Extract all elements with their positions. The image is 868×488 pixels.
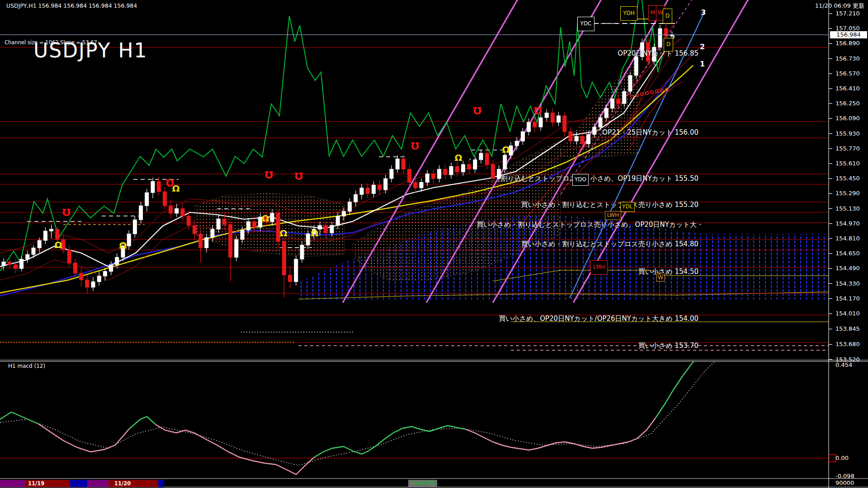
candle [288, 275, 292, 282]
candle [390, 169, 393, 178]
candle [330, 225, 334, 233]
trendline-number-2: 2 [700, 42, 705, 51]
candle [420, 182, 423, 188]
buy-arrow-icon: Ω [454, 152, 462, 163]
candle [103, 272, 107, 276]
price-axis-label: 153.845 [835, 325, 860, 332]
price-axis-label: 156.730 [835, 55, 860, 62]
candle [354, 194, 358, 202]
candle [384, 178, 387, 190]
macd-toggle-button[interactable]: macd ON [408, 480, 437, 487]
candle [443, 169, 447, 174]
chart-canvas[interactable]: ΩΩΩΩΩΩΩΩΩΩΩΩΩΩΩ [0, 0, 868, 488]
candle [348, 202, 352, 211]
price-axis-label: 154.970 [835, 220, 860, 227]
candle [372, 185, 375, 194]
date-label: 11/20 [114, 480, 131, 487]
price-axis-label: 155.450 [835, 175, 860, 182]
candle [366, 188, 369, 193]
price-annotation: 買い小さめ、OP20日NYカット/OP26日NYカット大きめ 154.00 [499, 314, 698, 323]
price-annotation: OP20日NYカット 156.85 [618, 49, 698, 58]
candle [85, 280, 89, 287]
candle [187, 216, 190, 225]
candle [211, 229, 214, 238]
macd-axis-label: 90000 [835, 479, 854, 486]
candle [563, 116, 566, 131]
price-axis-label: 156.250 [835, 100, 860, 107]
candle [617, 99, 620, 103]
candle [199, 234, 203, 248]
price-axis-label: 155.610 [835, 160, 860, 167]
price-annotation: 買い小さめ・割り込むとストップロス売り小さめ 155.20 [521, 201, 698, 209]
macd-axis-label: -0.098 [835, 473, 854, 479]
candle [8, 262, 11, 265]
candle [545, 113, 548, 117]
candle [80, 273, 83, 280]
price-axis-label: 154.810 [835, 235, 860, 242]
candle [26, 254, 29, 259]
candle [235, 239, 238, 257]
price-axis-label: 155.130 [835, 205, 860, 212]
level-box-lmh: LMH [590, 260, 608, 275]
candle [50, 229, 53, 231]
price-axis-label: 157.210 [835, 10, 860, 17]
buy-arrow-icon: Ω [261, 213, 269, 224]
candle [587, 135, 590, 144]
candle [521, 131, 524, 141]
buy-arrow-icon: Ω [502, 144, 509, 155]
candle [163, 192, 166, 206]
candle [438, 169, 441, 178]
candle [246, 222, 250, 230]
candle [527, 122, 531, 132]
level-box-d: D [663, 9, 672, 23]
candle [599, 117, 602, 127]
candle [91, 282, 95, 287]
candle [32, 248, 35, 255]
candle [401, 159, 405, 169]
candle [306, 234, 310, 245]
price-annotation: 買い小さめ・割り込むとストップロス売り小さめ 154.80 [521, 240, 698, 249]
macd-axis-label: 0.00 [835, 455, 849, 461]
candle [252, 222, 256, 227]
candle [222, 219, 226, 224]
candle [378, 185, 382, 190]
candle [515, 141, 519, 145]
candle [145, 192, 149, 206]
buy-arrow-icon: Ω [172, 183, 179, 194]
candle [408, 169, 411, 182]
candle [467, 164, 471, 169]
candle [491, 164, 495, 178]
candle [539, 117, 542, 127]
level-box-d: D [664, 38, 673, 52]
buy-arrow-icon: Ω [54, 239, 62, 250]
candle [634, 56, 638, 75]
sell-arrow-icon: Ω [533, 105, 542, 116]
candle [658, 28, 662, 47]
price-annotation: OP21・25日NYカット 156.00 [602, 128, 698, 137]
trendline-number-1: 1 [700, 60, 705, 68]
candle [503, 155, 507, 169]
candle [414, 182, 417, 188]
buy-arrow-icon: Ω [119, 240, 127, 251]
candle [300, 245, 304, 259]
price-axis-label: 154.330 [835, 280, 860, 287]
candle [360, 188, 363, 195]
current-price-tag: 156.984 [830, 31, 867, 38]
price-annotation: 買い小さめ 153.70 [638, 342, 698, 350]
price-axis-label: 154.010 [835, 310, 860, 317]
candle [461, 164, 465, 172]
candle [127, 234, 131, 246]
candle [282, 241, 286, 275]
buy-arrow-icon: Ω [311, 228, 318, 239]
candle [43, 231, 47, 240]
candle [533, 122, 537, 127]
price-axis-label: 155.770 [835, 145, 860, 152]
candle [318, 225, 322, 229]
level-box-ydh: YDH [620, 6, 637, 21]
candle [217, 219, 220, 229]
level-box-ydl: YDL [620, 202, 635, 212]
candle [324, 225, 328, 233]
candle [485, 153, 489, 164]
candle [455, 166, 459, 172]
price-axis-label: 156.570 [835, 70, 860, 77]
